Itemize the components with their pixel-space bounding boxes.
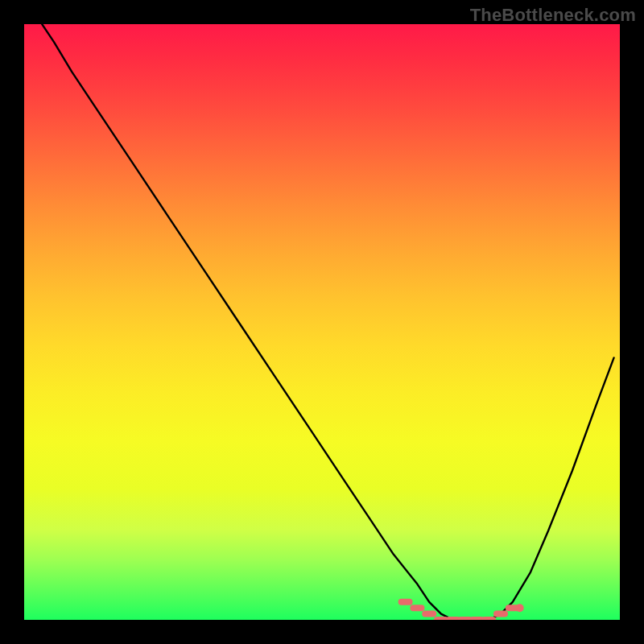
watermark-text: TheBottleneck.com <box>470 5 636 26</box>
chart-frame: TheBottleneck.com <box>0 0 644 644</box>
plot-area <box>24 24 620 620</box>
